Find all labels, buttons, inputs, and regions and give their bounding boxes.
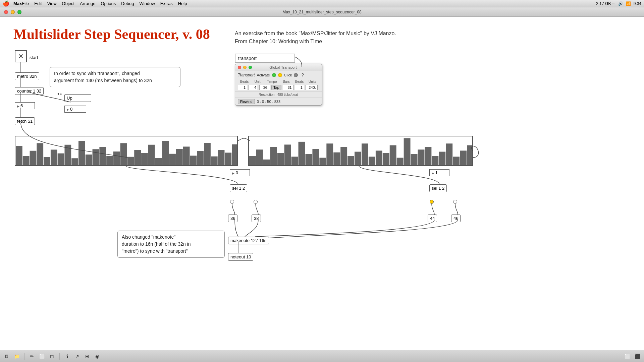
volume-icon[interactable]: 🔊 — [618, 1, 623, 6]
menu-items: File Edit View Object Arrange Options De… — [22, 1, 187, 6]
svg-rect-11 — [93, 149, 99, 166]
tempo-value-input[interactable] — [259, 85, 270, 90]
svg-rect-56 — [418, 149, 425, 166]
window-controls[interactable] — [4, 10, 21, 14]
activate-led-yellow[interactable] — [278, 73, 282, 77]
makenote-object[interactable]: makenote 127 16n — [228, 237, 269, 244]
transport-max-btn[interactable] — [249, 66, 252, 69]
toolbar-icon-info[interactable]: ℹ — [63, 352, 71, 360]
menu-help[interactable]: Help — [178, 1, 187, 6]
wifi-icon: 📶 — [626, 1, 631, 6]
svg-rect-50 — [376, 150, 382, 166]
noteout-object[interactable]: noteout 10 — [228, 253, 253, 261]
svg-rect-60 — [446, 143, 452, 166]
menu-debug[interactable]: Debug — [121, 1, 134, 6]
svg-rect-3 — [37, 143, 43, 166]
tap-button[interactable]: Tap — [271, 85, 281, 90]
toolbar-icon-grid[interactable]: ⊞ — [83, 352, 91, 360]
menu-arrange[interactable]: Arrange — [80, 1, 95, 6]
close-button[interactable] — [4, 10, 8, 14]
svg-rect-7 — [64, 145, 71, 166]
rewind-button[interactable]: Rewind — [238, 99, 255, 104]
num-46[interactable]: 46 — [451, 215, 461, 222]
beats-header2: Beats — [293, 80, 306, 83]
multislider-left[interactable]: [55,30,42,65,28,45,38,60,25,70,35,48,55,… — [15, 136, 238, 166]
beats-value2-input[interactable] — [295, 85, 304, 90]
num-36[interactable]: 36 — [228, 215, 237, 222]
maximize-button[interactable] — [17, 10, 21, 14]
menu-file[interactable]: File — [22, 1, 29, 6]
svg-rect-32 — [249, 156, 256, 166]
svg-rect-41 — [312, 149, 319, 166]
units-header: Units — [306, 80, 319, 83]
toolbar-icon-square[interactable]: ◻ — [48, 352, 56, 360]
toolbar-icon-circle[interactable]: ◉ — [93, 352, 101, 360]
menu-object[interactable]: Object — [62, 1, 75, 6]
metro-object[interactable]: metro 32n — [15, 72, 39, 80]
svg-rect-20 — [155, 158, 162, 166]
svg-rect-52 — [390, 145, 396, 166]
num-44[interactable]: 44 — [428, 215, 437, 222]
toolbar-icon-box[interactable]: ⬜ — [38, 352, 46, 360]
transport-input[interactable] — [235, 54, 295, 63]
svg-rect-42 — [319, 158, 326, 166]
fetch-object[interactable]: fetch $1 — [15, 117, 35, 125]
svg-rect-55 — [411, 154, 418, 166]
beat-value-input[interactable] — [238, 85, 247, 90]
svg-rect-57 — [425, 147, 431, 166]
svg-rect-62 — [460, 150, 467, 166]
transport-min-btn[interactable] — [243, 66, 247, 69]
menu-extras[interactable]: Extras — [160, 1, 173, 6]
minimize-button[interactable] — [11, 10, 15, 14]
click-led[interactable] — [294, 73, 298, 77]
menu-options[interactable]: Options — [101, 1, 116, 6]
tempo-header: Tempo — [264, 80, 280, 83]
menu-app-name[interactable]: Max — [13, 1, 22, 6]
up-dropdown[interactable]: Up — [64, 94, 91, 102]
counter-object[interactable]: counter 1 32 — [15, 87, 44, 95]
multislider-right[interactable] — [248, 136, 473, 166]
toolbar-sep-1 — [24, 353, 24, 360]
description-line2: From Chapter 10: Working with Time — [235, 38, 396, 46]
transport-close-btn[interactable] — [238, 66, 241, 69]
unit-value-input[interactable] — [249, 85, 258, 90]
lower-number-box-0[interactable]: ▶ 0 — [230, 169, 250, 176]
menu-edit[interactable]: Edit — [34, 1, 42, 6]
lower-number-box-1[interactable]: ▶ 1 — [429, 169, 449, 176]
activate-led-green[interactable] — [272, 73, 276, 77]
transport-main-row: Transport Activate Click ? — [235, 71, 322, 79]
patch-canvas: Multislider Step Sequencer, v. 08 An exe… — [0, 17, 644, 350]
svg-rect-22 — [169, 154, 176, 166]
toolbar-icon-folder[interactable]: 📁 — [13, 352, 21, 360]
units-value-input[interactable] — [306, 85, 318, 90]
toolbar-icon-contract[interactable]: ⬛ — [633, 352, 641, 360]
start-toggle[interactable]: ✕ — [15, 50, 27, 62]
toolbar-icon-expand[interactable]: ⬜ — [623, 352, 631, 360]
help-button[interactable]: ? — [301, 72, 304, 77]
comment-box-2: Also changed "makenote" duration to 16n … — [117, 231, 225, 258]
number-box-0[interactable]: 0 — [64, 106, 86, 113]
toolbar-icon-arrow[interactable]: ↗ — [73, 352, 81, 360]
transport-panel-title: Global Transport — [254, 65, 312, 69]
svg-rect-24 — [183, 146, 190, 166]
svg-rect-40 — [306, 154, 312, 166]
toolbar-icon-pencil[interactable]: ✏ — [28, 352, 36, 360]
svg-rect-39 — [299, 142, 305, 166]
number-box-6[interactable]: 6 — [15, 102, 35, 109]
transport-label: Transport — [238, 73, 255, 77]
bottom-toolbar: 🖥 📁 ✏ ⬜ ◻ ℹ ↗ ⊞ ◉ ⬜ ⬛ — [0, 350, 644, 362]
menu-window[interactable]: Window — [140, 1, 155, 6]
toolbar-icon-monitor[interactable]: 🖥 — [3, 352, 11, 360]
bars-value-input[interactable] — [283, 85, 293, 90]
comment-box-1: In order to sync with "transport", chang… — [50, 67, 180, 87]
menu-view[interactable]: View — [47, 1, 57, 6]
resolution-text: Resolution : 480 ticks/beat — [235, 92, 322, 98]
sel-1-2-left[interactable]: sel 1 2 — [230, 184, 247, 192]
svg-rect-9 — [78, 141, 85, 166]
svg-rect-47 — [355, 152, 361, 166]
apple-menu[interactable]: 🍎 — [3, 0, 9, 7]
num-38[interactable]: 38 — [252, 215, 261, 222]
patch-cables-svg — [0, 17, 644, 318]
sel-1-2-right[interactable]: sel 1 2 — [429, 184, 447, 192]
time-value: 0 : 0 : 50 . 833 — [257, 100, 280, 104]
